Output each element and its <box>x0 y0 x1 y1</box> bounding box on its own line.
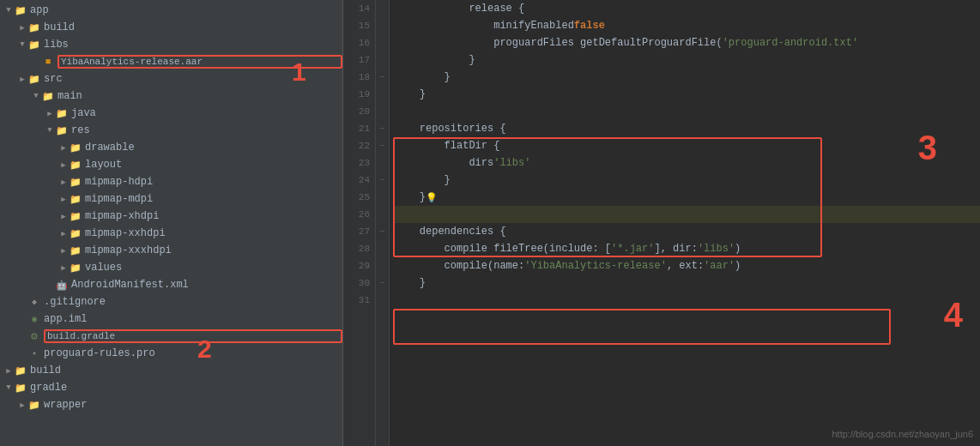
code-line-16: proguardFiles getDefaultProguardFile('pr… <box>395 34 980 51</box>
gutter-cell <box>376 240 389 257</box>
folder-icon <box>69 261 82 274</box>
line-num-15: 15 <box>343 17 375 34</box>
folder-icon <box>55 124 69 137</box>
tree-label: values <box>85 262 342 274</box>
arrow-icon <box>45 109 55 118</box>
gutter-cell <box>376 189 389 206</box>
gutter-cell <box>376 51 389 69</box>
tree-label: main <box>57 90 342 102</box>
code-line-14: release { <box>395 0 980 17</box>
line-num-19: 19 <box>343 86 375 103</box>
tree-item-values[interactable]: values <box>0 259 342 276</box>
gutter: − − − − − − <box>376 0 390 446</box>
code-editor-panel: 14 15 16 17 18 19 20 21 22 23 24 25 26 2… <box>343 0 980 446</box>
annotation-4: 4 <box>944 296 963 334</box>
arrow-icon <box>58 160 69 170</box>
tree-item-androidmanifest[interactable]: 🤖 AndroidManifest.xml <box>0 276 342 293</box>
tree-item-wrapper[interactable]: wrapper <box>0 396 342 413</box>
folder-icon <box>14 381 27 395</box>
xml-file-icon: 🤖 <box>55 278 69 292</box>
code-line-22: flatDir { <box>395 137 980 154</box>
tree-label: proguard-rules.pro <box>44 347 342 359</box>
code-line-23: dirs 'libs' <box>395 154 980 172</box>
tree-label: mipmap-xxxhdpi <box>85 244 342 256</box>
line-num-24: 24 <box>343 172 375 189</box>
tree-item-build-gradle[interactable]: ⚙ build.gradle <box>0 328 342 345</box>
tree-item-build2[interactable]: build <box>0 362 342 379</box>
tree-item-app[interactable]: app <box>0 2 342 19</box>
tree-label: .gitignore <box>44 296 342 308</box>
gutter-cell <box>376 257 389 274</box>
code-line-25: }💡 <box>395 189 980 206</box>
tree-label: java <box>71 107 342 119</box>
code-text <box>395 208 401 220</box>
folder-icon <box>27 21 41 34</box>
code-text: flatDir { <box>395 140 499 152</box>
tree-item-app-iml[interactable]: ◉ app.iml <box>0 310 342 328</box>
code-line-31 <box>395 292 980 309</box>
gutter-cell <box>376 34 389 51</box>
code-text: compile(name: <box>395 260 524 272</box>
gutter-cell <box>376 86 389 103</box>
code-text: } <box>395 88 426 100</box>
gutter-cell: − <box>376 223 389 240</box>
arrow-icon <box>58 263 69 273</box>
code-text: proguardFiles getDefaultProguardFile( <box>395 37 723 49</box>
line-num-14: 14 <box>343 0 375 17</box>
tree-label: res <box>71 124 342 136</box>
tree-label: mipmap-mdpi <box>85 193 342 205</box>
string-ext: 'aar' <box>704 260 735 272</box>
string-libs2: 'libs' <box>698 243 735 255</box>
tree-label: mipmap-xhdpi <box>85 210 342 222</box>
tree-item-gradle[interactable]: gradle <box>0 379 342 396</box>
tree-label: app.iml <box>44 313 342 325</box>
code-line-24: } <box>395 172 980 189</box>
line-num-27: 27 <box>343 223 375 240</box>
string-libs: 'libs' <box>493 157 530 169</box>
code-text: ], dir: <box>654 243 697 255</box>
code-text: ) <box>735 260 741 272</box>
tree-item-mipmap-mdpi[interactable]: mipmap-mdpi <box>0 190 342 208</box>
folder-icon <box>41 89 55 103</box>
tree-label: build <box>44 21 342 33</box>
tree-item-mipmap-xxxhdpi[interactable]: mipmap-xxxhdpi <box>0 242 342 259</box>
tree-item-java[interactable]: java <box>0 105 342 122</box>
tree-item-build[interactable]: build <box>0 19 342 36</box>
folder-icon <box>69 226 82 240</box>
arrow-icon <box>45 126 55 135</box>
code-area: 14 15 16 17 18 19 20 21 22 23 24 25 26 2… <box>343 0 980 446</box>
gutter-cell <box>376 103 389 120</box>
arrow-icon <box>58 246 69 256</box>
tree-item-proguard[interactable]: ▪ proguard-rules.pro <box>0 345 342 362</box>
arrow-icon <box>58 212 69 221</box>
tree-item-main[interactable]: main <box>0 87 342 105</box>
annotation-3: 3 <box>918 129 937 167</box>
folder-icon <box>14 3 27 17</box>
tree-item-libs[interactable]: libs <box>0 36 342 53</box>
code-text: } <box>395 54 475 66</box>
tree-item-gitignore[interactable]: ◆ .gitignore <box>0 293 342 310</box>
arrow-icon <box>3 366 14 376</box>
tree-item-layout[interactable]: layout <box>0 156 342 173</box>
tree-label: gradle <box>30 382 342 394</box>
code-line-19: } <box>395 86 980 103</box>
tree-item-mipmap-xhdpi[interactable]: mipmap-xhdpi <box>0 208 342 225</box>
tree-item-res[interactable]: res <box>0 122 342 139</box>
git-icon: ◆ <box>27 295 41 309</box>
code-text: repositories { <box>395 123 506 135</box>
gutter-cell: − <box>376 137 389 154</box>
line-num-25: 25 <box>343 189 375 206</box>
gutter-cell: − <box>376 120 389 137</box>
code-text: , ext: <box>667 260 704 272</box>
tree-item-mipmap-hdpi[interactable]: mipmap-hdpi <box>0 173 342 190</box>
code-editor[interactable]: 14 15 16 17 18 19 20 21 22 23 24 25 26 2… <box>343 0 980 446</box>
line-num-31: 31 <box>343 292 375 309</box>
code-content[interactable]: release { minifyEnabled false proguardFi… <box>390 0 980 446</box>
gutter-cell: − <box>376 172 389 189</box>
tree-item-mipmap-xxhdpi[interactable]: mipmap-xxhdpi <box>0 225 342 242</box>
tree-item-drawable[interactable]: drawable <box>0 139 342 156</box>
arrow-icon <box>58 178 69 187</box>
code-text: } <box>395 191 426 203</box>
folder-icon <box>27 38 41 51</box>
gutter-cell: − <box>376 274 389 292</box>
